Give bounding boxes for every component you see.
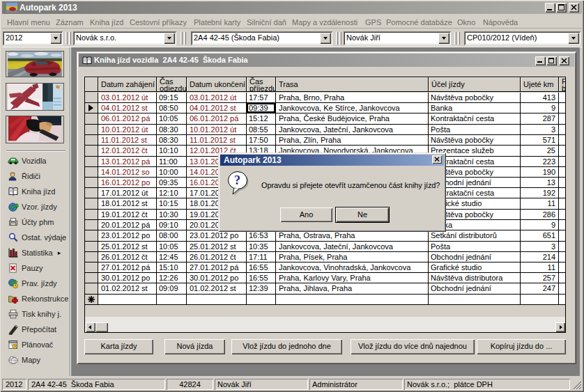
svg-text:?: ? [234, 173, 240, 187]
